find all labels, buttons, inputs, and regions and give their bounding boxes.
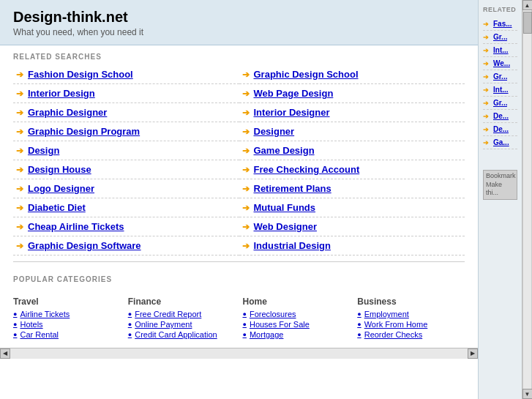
arrow-icon: ➔ [16, 70, 23, 80]
list-item: ➔ Graphic Designer [13, 103, 239, 122]
search-grid: ➔ Fashion Design School ➔ Interior Desig… [13, 65, 465, 256]
bullet-icon: ● [128, 310, 132, 318]
category-link[interactable]: ●Reorder Checks [357, 330, 465, 339]
search-link[interactable]: Design House [28, 164, 91, 175]
arrow-icon: ➔ [16, 146, 23, 156]
search-link[interactable]: Graphic Design School [254, 69, 359, 80]
arrow-icon: ➔ [16, 165, 23, 175]
search-link[interactable]: Cheap Airline Tickets [28, 221, 124, 232]
sidebar-link[interactable]: De... [493, 112, 509, 120]
sidebar-link[interactable]: Int... [493, 86, 509, 94]
sidebar: RELATED ➔ Fas... ➔ Gr... ➔ Int... ➔ We..… [478, 0, 522, 399]
popular-categories-label: POPULAR CATEGORIES [0, 268, 478, 288]
arrow-icon: ➔ [483, 86, 489, 94]
search-link[interactable]: Graphic Designer [28, 107, 107, 118]
bullet-icon: ● [357, 321, 361, 328]
list-item: ➔ Retirement Plans [239, 179, 465, 198]
scroll-down-button[interactable]: ▼ [522, 389, 533, 399]
sidebar-link[interactable]: Fas... [493, 20, 512, 28]
arrow-icon: ➔ [483, 60, 489, 67]
sidebar-link[interactable]: De... [493, 125, 509, 133]
bullet-icon: ● [13, 331, 17, 338]
list-item: ➔ De... [483, 110, 517, 123]
section-divider [13, 261, 465, 262]
sidebar-link[interactable]: Gr... [493, 72, 507, 81]
search-link[interactable]: Web Page Design [254, 88, 334, 99]
scroll-track [10, 348, 468, 359]
sidebar-link[interactable]: Gr... [493, 99, 507, 107]
search-link[interactable]: Fashion Design School [28, 69, 133, 80]
search-link[interactable]: Interior Designer [254, 107, 330, 118]
category-link[interactable]: ●Free Credit Report [128, 310, 236, 318]
arrow-icon: ➔ [16, 222, 23, 232]
sidebar-link[interactable]: Int... [493, 46, 509, 54]
scroll-thumb[interactable] [523, 12, 532, 34]
search-link[interactable]: Mutual Funds [254, 202, 316, 213]
list-item: ➔ Ga... [483, 136, 517, 149]
list-item: ➔ Graphic Design Program [13, 122, 239, 141]
list-item: ➔ Logo Designer [13, 179, 239, 198]
arrow-icon: ➔ [483, 113, 489, 120]
bullet-icon: ● [243, 310, 247, 318]
list-item: ➔ Gr... [483, 97, 517, 110]
make-label: Make thi... [486, 181, 514, 198]
search-link[interactable]: Graphic Design Software [28, 240, 141, 251]
search-link[interactable]: Game Design [254, 145, 315, 156]
category-link[interactable]: ●Foreclosures [243, 310, 351, 318]
list-item: ➔ Industrial Design [239, 236, 465, 256]
list-item: ➔ We... [483, 57, 517, 70]
scroll-right-button[interactable]: ▶ [468, 348, 478, 359]
bullet-icon: ● [13, 310, 17, 318]
list-item: ➔ Interior Design [13, 84, 239, 103]
category-travel: Travel ●Airline Tickets ●Hotels ●Car Ren… [13, 297, 121, 340]
search-link[interactable]: Industrial Design [254, 240, 331, 251]
bullet-icon: ● [357, 310, 361, 318]
arrow-icon: ➔ [483, 126, 489, 133]
sidebar-link[interactable]: Gr... [493, 33, 507, 41]
arrow-icon: ➔ [242, 222, 250, 232]
category-link[interactable]: ●Hotels [13, 320, 121, 329]
category-link[interactable]: ●Employment [357, 310, 465, 318]
scroll-up-button[interactable]: ▲ [522, 0, 533, 10]
list-item: ➔ Design House [13, 160, 239, 179]
category-link[interactable]: ●Car Rental [13, 330, 121, 339]
list-item: ➔ Int... [483, 83, 517, 97]
search-link[interactable]: Logo Designer [28, 183, 94, 194]
sidebar-link[interactable]: Ga... [493, 138, 509, 146]
search-link[interactable]: Free Checking Account [254, 164, 360, 175]
category-link[interactable]: ●Work From Home [357, 320, 465, 329]
search-link[interactable]: Interior Design [28, 88, 95, 99]
arrow-icon: ➔ [242, 70, 250, 80]
bullet-icon: ● [243, 321, 247, 328]
category-link[interactable]: ●Airline Tickets [13, 310, 121, 318]
search-link[interactable]: Web Designer [254, 221, 317, 232]
category-link[interactable]: ●Credit Card Application [128, 330, 236, 339]
category-link[interactable]: ●Houses For Sale [243, 320, 351, 329]
category-link[interactable]: ●Online Payment [128, 320, 236, 329]
search-link[interactable]: Designer [254, 126, 295, 137]
category-link[interactable]: ●Mortgage [243, 330, 351, 339]
scroll-track [522, 10, 532, 389]
scroll-left-button[interactable]: ◀ [0, 348, 10, 359]
list-item: ➔ Free Checking Account [239, 160, 465, 179]
arrow-icon: ➔ [483, 73, 489, 81]
list-item: ➔ Int... [483, 44, 517, 57]
arrow-icon: ➔ [483, 47, 489, 54]
arrow-icon: ➔ [16, 127, 23, 137]
related-searches-section: ➔ Fashion Design School ➔ Interior Desig… [0, 65, 478, 256]
header: Design-think.net What you need, when you… [0, 0, 478, 45]
bullet-icon: ● [13, 321, 17, 328]
category-title: Travel [13, 297, 121, 307]
bookmark-label: Bookmark [486, 172, 514, 181]
sidebar-link[interactable]: We... [493, 59, 510, 67]
arrow-icon: ➔ [242, 184, 250, 194]
arrow-icon: ➔ [16, 241, 23, 251]
arrow-icon: ➔ [16, 89, 23, 99]
search-link[interactable]: Diabetic Diet [28, 202, 86, 213]
categories-grid: Travel ●Airline Tickets ●Hotels ●Car Ren… [13, 297, 465, 340]
search-link[interactable]: Graphic Design Program [28, 126, 140, 137]
search-link[interactable]: Design [28, 145, 59, 156]
list-item: ➔ Web Page Design [239, 84, 465, 103]
category-title: Business [357, 297, 465, 307]
search-link[interactable]: Retirement Plans [254, 183, 331, 194]
